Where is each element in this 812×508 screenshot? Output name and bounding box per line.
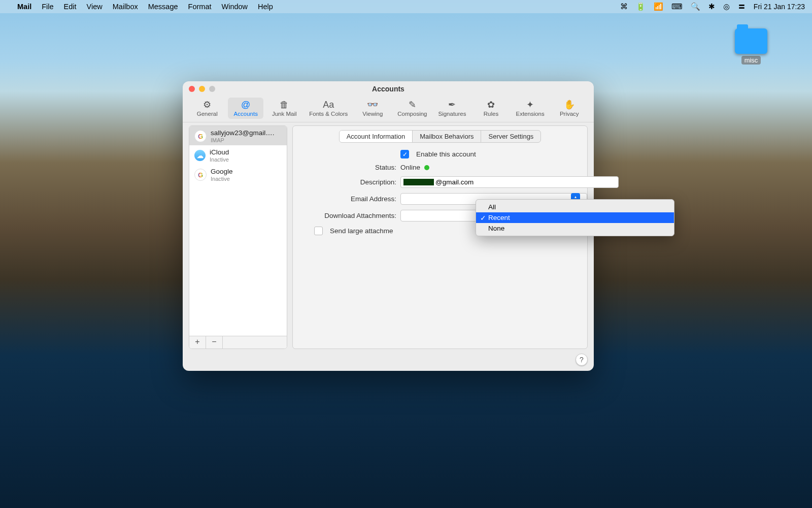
account-row-google[interactable]: G GoogleInactive [189,165,287,184]
dropdown-option-all[interactable]: All [476,202,674,212]
toolbar-viewing[interactable]: 👓Viewing [355,98,390,119]
wifi-icon[interactable]: 📶 [654,2,663,11]
menu-help[interactable]: Help [258,3,273,11]
toolbar-composing[interactable]: ✎Composing [393,98,431,119]
description-label: Description: [300,178,400,186]
menu-window[interactable]: Window [221,3,248,11]
account-row-icloud[interactable]: ☁ iCloudInactive [189,145,287,165]
status-label: Status: [300,164,400,171]
rules-icon: ✿ [487,100,495,110]
status-value: Online [400,164,420,171]
preferences-window: Accounts ⚙General @Accounts 🗑Junk Mail A… [183,81,594,371]
preferences-toolbar: ⚙General @Accounts 🗑Junk Mail AaFonts & … [183,97,594,122]
toolbar-general[interactable]: ⚙General [189,98,225,119]
zoom-button[interactable] [209,86,215,92]
toolbar-accounts[interactable]: @Accounts [228,98,263,119]
keyboard-icon[interactable]: ⌨ [671,2,683,11]
desktop: Mail File Edit View Mailbox Message Form… [0,0,812,508]
hand-icon: ✋ [564,100,575,110]
toolbar-fonts-colors[interactable]: AaFonts & Colors [305,98,352,119]
spotlight-icon[interactable]: 🔍 [691,2,700,11]
download-attachments-dropdown: All Recent None [476,199,674,236]
window-title: Accounts [372,85,404,93]
gear-icon: ⚙ [203,100,211,110]
toolbar-extensions[interactable]: ✦Extensions [512,98,548,119]
glasses-icon: 👓 [367,100,378,110]
redacted-text [403,179,434,185]
bluetooth-icon[interactable]: ✱ [708,2,715,11]
account-sub: Inactive [210,156,229,163]
at-icon: @ [241,100,250,110]
controlcenter-icon[interactable]: 〓 [738,2,746,12]
enable-account-label: Enable this account [416,150,476,158]
tab-mailbox-behaviors[interactable]: Mailbox Behaviors [413,131,481,142]
font-icon: Aa [323,100,334,110]
account-detail-panel: Account Information Mailbox Behaviors Se… [292,125,588,349]
menubar: Mail File Edit View Mailbox Message Form… [0,0,812,13]
toolbar-rules[interactable]: ✿Rules [473,98,509,119]
menu-app[interactable]: Mail [17,3,31,11]
trash-icon: 🗑 [280,100,289,110]
menu-mailbox[interactable]: Mailbox [113,3,138,11]
menu-view[interactable]: View [87,3,103,11]
close-button[interactable] [189,86,195,92]
battery-icon[interactable]: 🔋 [636,2,646,11]
account-name: Google [211,168,233,176]
puzzle-icon: ✦ [526,100,534,110]
compose-icon: ✎ [409,100,416,110]
user-icon[interactable]: ◎ [723,2,730,11]
menubar-clock[interactable]: Fri 21 Jan 17:23 [754,3,805,11]
add-account-button[interactable]: + [189,336,206,348]
cloud-icon: ☁ [194,150,206,161]
menu-format[interactable]: Format [188,3,212,11]
email-address-label: Email Address: [300,195,400,203]
download-attachments-label: Download Attachments: [300,212,400,219]
menu-file[interactable]: File [42,3,53,11]
account-sub: IMAP [211,137,275,144]
desktop-folder-misc[interactable]: misc [731,28,771,65]
account-name: sallyjow23@gmail…. [211,129,275,137]
google-icon: G [194,130,207,142]
toolbar-signatures[interactable]: ✒Signatures [434,98,470,119]
dropdown-option-none[interactable]: None [476,223,674,234]
toolbar-junk-mail[interactable]: 🗑Junk Mail [266,98,302,119]
menu-edit[interactable]: Edit [64,3,77,11]
detail-tabs: Account Information Mailbox Behaviors Se… [339,130,542,143]
window-titlebar[interactable]: Accounts [183,81,594,97]
help-button[interactable]: ? [576,354,588,366]
signature-icon: ✒ [448,100,456,110]
send-large-attachments-checkbox[interactable] [314,227,323,235]
accounts-sidebar: G sallyjow23@gmail….IMAP ☁ iCloudInactiv… [189,125,287,349]
dropdown-option-recent[interactable]: Recent [476,212,674,223]
minimize-button[interactable] [199,86,205,92]
toolbar-privacy[interactable]: ✋Privacy [552,98,587,119]
tab-server-settings[interactable]: Server Settings [481,131,540,142]
menu-message[interactable]: Message [148,3,178,11]
account-name: iCloud [210,148,229,156]
folder-label: misc [741,56,761,65]
enable-account-checkbox[interactable]: ✓ [400,150,409,158]
folder-icon [735,28,767,54]
statusitem-icon[interactable]: ⌘ [620,2,628,11]
account-row-gmail[interactable]: G sallyjow23@gmail….IMAP [189,126,287,145]
account-sub: Inactive [211,176,233,182]
send-large-attachments-label: Send large attachme [330,227,393,235]
google-icon: G [194,169,207,181]
remove-account-button[interactable]: − [206,336,223,348]
online-indicator-icon [424,165,429,170]
tab-account-information[interactable]: Account Information [340,131,413,142]
